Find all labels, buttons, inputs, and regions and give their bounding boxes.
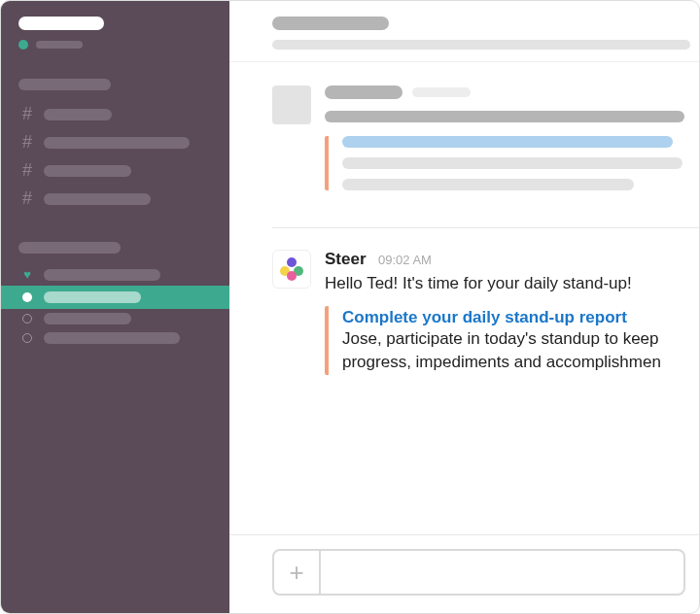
message-divider <box>272 227 699 228</box>
dm-item[interactable]: ♥ <box>1 263 229 286</box>
active-dot-icon <box>22 292 32 302</box>
message-list: Steer 09:02 AM Hello Ted! It's time for … <box>229 62 699 529</box>
hash-icon: # <box>18 132 36 153</box>
app-root: # # # # ♥ <box>0 0 700 614</box>
svg-point-3 <box>287 271 297 281</box>
channel-item[interactable]: # <box>1 185 229 213</box>
text-line-placeholder <box>325 111 684 122</box>
attachment-line-placeholder <box>342 157 682 169</box>
steer-avatar-icon <box>272 250 311 289</box>
channel-topic-placeholder <box>272 40 690 50</box>
channel-item[interactable]: # <box>1 100 229 128</box>
dm-name-placeholder <box>44 291 141 303</box>
dms-heading <box>18 242 121 254</box>
hash-icon: # <box>18 160 36 181</box>
dm-name-placeholder <box>44 332 180 344</box>
channel-name-placeholder <box>44 109 112 120</box>
avatar-placeholder <box>272 85 311 124</box>
dm-item-active[interactable] <box>1 286 229 309</box>
attachment-description: Jose, participate in today's standup to … <box>342 327 699 375</box>
dm-name-placeholder <box>44 313 131 324</box>
workspace-title[interactable] <box>18 17 104 30</box>
user-presence[interactable] <box>18 40 229 50</box>
hash-icon: # <box>18 104 36 124</box>
plus-icon: + <box>289 558 303 588</box>
dm-item[interactable] <box>1 328 229 348</box>
message-input[interactable] <box>321 551 683 594</box>
attachment-line-placeholder <box>342 179 634 190</box>
presence-dot-icon <box>18 40 28 50</box>
attachment-line-placeholder <box>342 136 673 148</box>
channels-heading <box>18 79 111 90</box>
author-name[interactable]: Steer <box>325 250 367 268</box>
message-attachment: Complete your daily stand-up report Jose… <box>325 306 699 375</box>
channel-name-placeholder <box>44 193 151 205</box>
timestamp-placeholder <box>412 87 471 97</box>
sidebar: # # # # ♥ <box>1 1 229 613</box>
attachment-placeholder <box>325 136 699 190</box>
message-composer[interactable]: + <box>272 549 685 596</box>
channel-title-placeholder <box>272 17 389 30</box>
channel-item[interactable]: # <box>1 128 229 156</box>
message-timestamp: 09:02 AM <box>378 253 432 267</box>
message-placeholder <box>272 85 699 200</box>
away-ring-icon <box>22 314 32 324</box>
dm-item[interactable] <box>1 309 229 328</box>
away-ring-icon <box>22 333 32 343</box>
channel-item[interactable]: # <box>1 156 229 185</box>
username-placeholder <box>36 41 83 49</box>
svg-point-0 <box>287 257 297 267</box>
message-steer: Steer 09:02 AM Hello Ted! It's time for … <box>272 250 699 375</box>
heart-icon: ♥ <box>18 267 36 282</box>
channel-header <box>229 1 699 62</box>
main-panel: Steer 09:02 AM Hello Ted! It's time for … <box>229 1 699 613</box>
channel-name-placeholder <box>44 165 131 177</box>
attach-button[interactable]: + <box>274 551 321 594</box>
message-text: Hello Ted! It's time for your daily stan… <box>325 272 699 296</box>
channel-name-placeholder <box>44 137 190 149</box>
dm-name-placeholder <box>44 269 160 281</box>
composer-area: + <box>229 535 699 613</box>
author-placeholder <box>325 85 402 99</box>
hash-icon: # <box>18 188 36 209</box>
attachment-link[interactable]: Complete your daily stand-up report <box>342 306 699 327</box>
